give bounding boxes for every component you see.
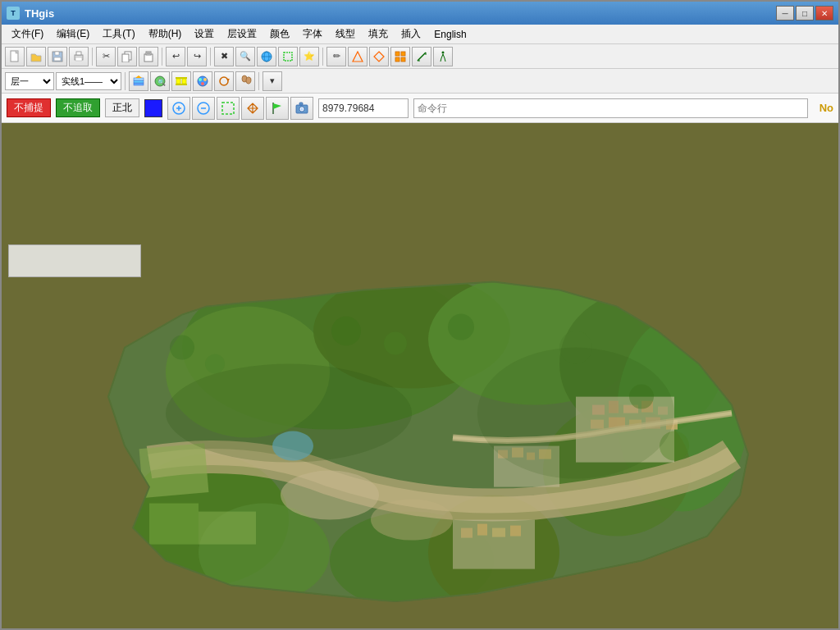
pen-button[interactable]: ✏ bbox=[326, 47, 346, 66]
window-title: THgis bbox=[25, 7, 54, 20]
svg-rect-35 bbox=[176, 84, 187, 85]
menu-layer-settings[interactable]: 层设置 bbox=[221, 25, 263, 43]
svg-point-96 bbox=[205, 354, 225, 374]
close-button[interactable]: ✕ bbox=[815, 6, 833, 21]
svg-rect-69 bbox=[149, 504, 199, 545]
svg-rect-3 bbox=[54, 57, 61, 61]
svg-rect-34 bbox=[176, 77, 187, 79]
menu-linetype[interactable]: 线型 bbox=[329, 25, 362, 43]
svg-point-94 bbox=[371, 500, 453, 541]
cut-button[interactable]: ✂ bbox=[96, 47, 116, 66]
print-button[interactable] bbox=[69, 47, 89, 66]
layer-arrow[interactable]: ▾ bbox=[262, 71, 282, 91]
svg-rect-15 bbox=[284, 52, 292, 61]
find-button[interactable]: 🔍 bbox=[235, 47, 255, 66]
zoom-out-button[interactable] bbox=[192, 97, 215, 120]
select-area-button[interactable] bbox=[217, 97, 240, 120]
svg-marker-16 bbox=[353, 52, 363, 62]
svg-rect-89 bbox=[477, 524, 487, 536]
zoom-in-button[interactable] bbox=[167, 97, 190, 120]
svg-rect-88 bbox=[461, 528, 472, 538]
layer-tool2[interactable]: 🔍 bbox=[150, 71, 170, 91]
svg-rect-33 bbox=[182, 79, 186, 84]
svg-rect-68 bbox=[139, 443, 209, 498]
svg-point-53 bbox=[301, 107, 304, 110]
walk-button[interactable] bbox=[433, 47, 453, 66]
layer-visible[interactable] bbox=[171, 71, 191, 91]
minimize-button[interactable]: ─ bbox=[776, 6, 794, 21]
color-swatch[interactable] bbox=[144, 99, 162, 117]
svg-point-39 bbox=[201, 82, 204, 85]
svg-rect-54 bbox=[299, 103, 303, 105]
cmd-bar: 不捕提 不追取 正北 8979.79684 No bbox=[2, 94, 838, 123]
toolbar2: 层一 实线1—— 🔍 ▾ bbox=[2, 69, 838, 94]
svg-point-97 bbox=[331, 317, 361, 346]
separator3 bbox=[210, 48, 211, 66]
redo-button[interactable]: ↪ bbox=[187, 47, 207, 66]
menu-insert[interactable]: 插入 bbox=[395, 25, 427, 43]
svg-text:🔍: 🔍 bbox=[158, 78, 166, 86]
main-canvas[interactable] bbox=[2, 123, 838, 628]
select-button[interactable] bbox=[278, 47, 298, 66]
svg-rect-19 bbox=[401, 52, 405, 56]
svg-rect-6 bbox=[75, 57, 82, 61]
separator5 bbox=[125, 72, 126, 90]
separator4 bbox=[322, 48, 323, 66]
paste-button[interactable] bbox=[139, 47, 158, 66]
svg-rect-5 bbox=[76, 52, 81, 55]
command-input[interactable] bbox=[413, 98, 808, 118]
flag-button[interactable] bbox=[266, 97, 289, 120]
save-button[interactable] bbox=[48, 47, 67, 66]
undo-button[interactable]: ↩ bbox=[166, 47, 185, 66]
svg-rect-28 bbox=[134, 78, 144, 80]
maximize-button[interactable]: □ bbox=[796, 6, 814, 21]
diamond-button[interactable] bbox=[369, 47, 389, 66]
menu-color[interactable]: 颜色 bbox=[263, 25, 296, 43]
svg-rect-20 bbox=[395, 57, 399, 62]
snap-button1[interactable]: 不捕提 bbox=[7, 98, 51, 117]
copy-button[interactable] bbox=[117, 47, 137, 66]
camera-button[interactable] bbox=[290, 97, 313, 120]
layer-color[interactable] bbox=[193, 71, 212, 91]
menu-edit[interactable]: 编辑(E) bbox=[50, 25, 96, 43]
menu-help[interactable]: 帮助(H) bbox=[142, 25, 189, 43]
title-text: T THgis bbox=[7, 7, 54, 20]
triangle-button[interactable] bbox=[348, 47, 368, 66]
menu-fill[interactable]: 填充 bbox=[362, 25, 395, 43]
svg-rect-32 bbox=[176, 79, 180, 84]
separator6 bbox=[258, 72, 259, 90]
pan-button[interactable] bbox=[241, 97, 264, 120]
svg-point-25 bbox=[442, 51, 445, 53]
layer-selector[interactable]: 层一 bbox=[5, 72, 54, 90]
north-button[interactable]: 正北 bbox=[105, 98, 139, 117]
app-window: T THgis ─ □ ✕ 文件(F) 编辑(E) 工具(T) 帮助(H) 设置… bbox=[0, 0, 840, 630]
menu-english[interactable]: English bbox=[427, 27, 472, 42]
open-button[interactable] bbox=[26, 47, 46, 66]
layer-refresh[interactable] bbox=[214, 71, 234, 91]
map-tools bbox=[167, 97, 313, 120]
measure-button[interactable] bbox=[412, 47, 431, 66]
star-button[interactable]: ⭐ bbox=[299, 47, 319, 66]
menu-file[interactable]: 文件(F) bbox=[5, 25, 50, 43]
new-button[interactable] bbox=[5, 47, 25, 66]
svg-point-37 bbox=[199, 78, 202, 81]
svg-marker-17 bbox=[374, 52, 384, 62]
linestyle-selector[interactable]: 实线1—— bbox=[56, 72, 121, 90]
svg-rect-91 bbox=[510, 526, 521, 536]
node-button[interactable] bbox=[390, 47, 410, 66]
menu-font[interactable]: 字体 bbox=[296, 25, 329, 43]
menu-settings[interactable]: 设置 bbox=[188, 25, 221, 43]
window-controls: ─ □ ✕ bbox=[776, 6, 833, 21]
svg-marker-29 bbox=[135, 75, 142, 78]
globe-button[interactable] bbox=[257, 47, 276, 66]
snap-button2[interactable]: 不追取 bbox=[56, 98, 100, 117]
delete-button[interactable]: ✖ bbox=[214, 47, 234, 66]
svg-rect-26 bbox=[134, 83, 144, 85]
layer-foot[interactable] bbox=[235, 71, 255, 91]
menu-tools[interactable]: 工具(T) bbox=[96, 25, 141, 43]
svg-rect-87 bbox=[453, 520, 535, 569]
no-label: No bbox=[819, 102, 833, 114]
app-icon: T bbox=[7, 7, 20, 20]
layer-tool1[interactable] bbox=[129, 71, 148, 91]
svg-rect-70 bbox=[199, 512, 256, 545]
